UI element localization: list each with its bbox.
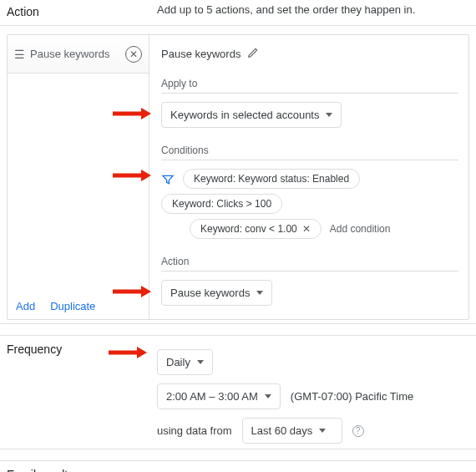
action-sub-label: Action: [161, 256, 458, 272]
action-card: ☰ Pause keywords ✕ Add Duplicate Pause k…: [7, 34, 469, 320]
add-action-button[interactable]: Add: [16, 300, 35, 312]
chevron-down-icon: [326, 113, 332, 117]
drag-handle-icon[interactable]: ☰: [14, 48, 23, 61]
chevron-down-icon: [197, 360, 204, 364]
time-range-dropdown[interactable]: 2:00 AM – 3:00 AM: [157, 383, 281, 409]
chevron-down-icon: [265, 394, 271, 398]
condition-chip[interactable]: Keyword: Clicks > 100: [161, 194, 282, 214]
action-item-title: Pause keywords: [30, 48, 125, 60]
action-section-label: Action: [7, 3, 157, 18]
filter-icon[interactable]: [161, 173, 173, 185]
add-condition-button[interactable]: Add condition: [330, 223, 391, 235]
remove-action-icon[interactable]: ✕: [125, 46, 142, 63]
edit-name-icon[interactable]: [247, 47, 259, 61]
chevron-down-icon: [256, 291, 263, 295]
action-dropdown[interactable]: Pause keywords: [161, 280, 272, 306]
using-data-from-label: using data from: [157, 424, 232, 437]
frequency-value: Daily: [166, 356, 190, 368]
condition-chip[interactable]: Keyword: conv < 1.00 ✕: [190, 219, 322, 239]
action-helptext: Add up to 5 actions, and set the order t…: [157, 3, 469, 16]
action-left-rail: ☰ Pause keywords ✕ Add Duplicate: [8, 35, 149, 319]
action-detail-title: Pause keywords: [161, 48, 241, 60]
time-range-value: 2:00 AM – 3:00 AM: [166, 390, 258, 403]
chevron-down-icon: [319, 429, 326, 433]
help-icon[interactable]: ?: [352, 425, 364, 437]
duplicate-action-button[interactable]: Duplicate: [50, 300, 95, 312]
email-section-label: Email results: [7, 466, 157, 472]
apply-to-label: Apply to: [161, 78, 458, 94]
frequency-section-label: Frequency: [7, 341, 157, 444]
apply-to-dropdown[interactable]: Keywords in selected accounts: [161, 102, 342, 128]
data-window-dropdown[interactable]: Last 60 days: [242, 418, 342, 444]
timezone-text: (GMT-07:00) Pacific Time: [291, 390, 413, 403]
apply-to-value: Keywords in selected accounts: [170, 109, 319, 121]
condition-chip[interactable]: Keyword: Keyword status: Enabled: [183, 169, 360, 189]
action-item[interactable]: ☰ Pause keywords ✕: [8, 35, 149, 74]
frequency-dropdown[interactable]: Daily: [157, 349, 213, 375]
conditions-label: Conditions: [161, 145, 458, 160]
remove-condition-icon[interactable]: ✕: [302, 223, 311, 235]
action-detail-panel: Pause keywords Apply to Keywords in sele…: [149, 35, 468, 319]
data-window-value: Last 60 days: [251, 424, 313, 437]
action-value: Pause keywords: [170, 287, 250, 299]
